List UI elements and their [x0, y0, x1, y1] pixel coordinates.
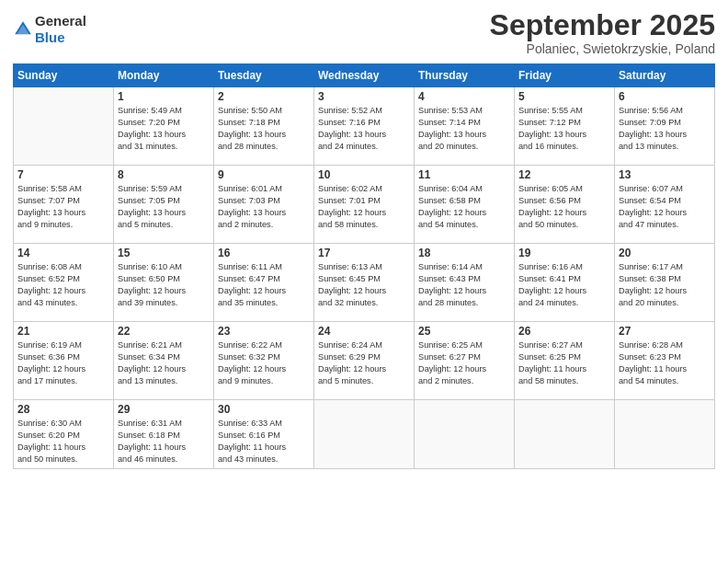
- calendar-cell: [314, 400, 415, 469]
- calendar-cell: [515, 400, 615, 469]
- month-title: September 2025: [490, 9, 715, 41]
- week-row-1: 1Sunrise: 5:49 AM Sunset: 7:20 PM Daylig…: [14, 87, 715, 166]
- day-info: Sunrise: 6:11 AM Sunset: 6:47 PM Dayligh…: [218, 261, 310, 309]
- calendar-cell: 26Sunrise: 6:27 AM Sunset: 6:25 PM Dayli…: [515, 322, 615, 400]
- day-number: 10: [318, 168, 410, 181]
- day-number: 25: [418, 325, 510, 338]
- day-number: 6: [619, 90, 711, 103]
- day-number: 17: [318, 247, 410, 259]
- day-number: 16: [218, 247, 310, 259]
- calendar-cell: 4Sunrise: 5:53 AM Sunset: 7:14 PM Daylig…: [415, 87, 515, 166]
- day-info: Sunrise: 6:19 AM Sunset: 6:36 PM Dayligh…: [17, 339, 109, 387]
- day-info: Sunrise: 6:27 AM Sunset: 6:25 PM Dayligh…: [518, 339, 610, 387]
- week-row-4: 21Sunrise: 6:19 AM Sunset: 6:36 PM Dayli…: [14, 322, 715, 400]
- day-number: 30: [218, 403, 310, 416]
- calendar-cell: 7Sunrise: 5:58 AM Sunset: 7:07 PM Daylig…: [14, 166, 114, 244]
- day-info: Sunrise: 5:49 AM Sunset: 7:20 PM Dayligh…: [118, 105, 210, 153]
- day-number: 22: [118, 325, 210, 338]
- day-info: Sunrise: 6:16 AM Sunset: 6:41 PM Dayligh…: [518, 261, 610, 309]
- calendar-cell: 30Sunrise: 6:33 AM Sunset: 6:16 PM Dayli…: [214, 400, 314, 469]
- calendar-cell: 13Sunrise: 6:07 AM Sunset: 6:54 PM Dayli…: [615, 166, 715, 244]
- day-number: 18: [418, 247, 510, 259]
- calendar-cell: 28Sunrise: 6:30 AM Sunset: 6:20 PM Dayli…: [14, 400, 114, 469]
- calendar-cell: 18Sunrise: 6:14 AM Sunset: 6:43 PM Dayli…: [415, 244, 515, 322]
- calendar-cell: 21Sunrise: 6:19 AM Sunset: 6:36 PM Dayli…: [14, 322, 114, 400]
- day-number: 19: [518, 247, 610, 259]
- calendar-cell: 22Sunrise: 6:21 AM Sunset: 6:34 PM Dayli…: [114, 322, 214, 400]
- calendar-cell: 3Sunrise: 5:52 AM Sunset: 7:16 PM Daylig…: [314, 87, 415, 166]
- calendar-cell: 16Sunrise: 6:11 AM Sunset: 6:47 PM Dayli…: [214, 244, 314, 322]
- weekday-header-row: SundayMondayTuesdayWednesdayThursdayFrid…: [14, 64, 715, 87]
- calendar-cell: 9Sunrise: 6:01 AM Sunset: 7:03 PM Daylig…: [214, 166, 314, 244]
- header: General Blue September 2025 Polaniec, Sw…: [13, 9, 715, 56]
- calendar-cell: [615, 400, 715, 469]
- day-info: Sunrise: 5:56 AM Sunset: 7:09 PM Dayligh…: [619, 105, 711, 153]
- day-info: Sunrise: 5:58 AM Sunset: 7:07 PM Dayligh…: [17, 183, 109, 231]
- weekday-header-tuesday: Tuesday: [214, 64, 314, 87]
- day-info: Sunrise: 6:17 AM Sunset: 6:38 PM Dayligh…: [619, 261, 711, 309]
- day-info: Sunrise: 5:53 AM Sunset: 7:14 PM Dayligh…: [418, 105, 510, 153]
- day-number: 8: [118, 168, 210, 181]
- day-number: 23: [218, 325, 310, 338]
- day-number: 1: [118, 90, 210, 103]
- weekday-header-wednesday: Wednesday: [314, 64, 415, 87]
- calendar-cell: 20Sunrise: 6:17 AM Sunset: 6:38 PM Dayli…: [615, 244, 715, 322]
- day-number: 7: [17, 168, 109, 181]
- day-info: Sunrise: 6:21 AM Sunset: 6:34 PM Dayligh…: [118, 339, 210, 387]
- calendar-cell: 8Sunrise: 5:59 AM Sunset: 7:05 PM Daylig…: [114, 166, 214, 244]
- day-info: Sunrise: 6:05 AM Sunset: 6:56 PM Dayligh…: [518, 183, 610, 231]
- week-row-5: 28Sunrise: 6:30 AM Sunset: 6:20 PM Dayli…: [14, 400, 715, 469]
- day-info: Sunrise: 6:13 AM Sunset: 6:45 PM Dayligh…: [318, 261, 410, 309]
- calendar-cell: 6Sunrise: 5:56 AM Sunset: 7:09 PM Daylig…: [615, 87, 715, 166]
- day-number: 28: [17, 403, 109, 416]
- day-number: 29: [118, 403, 210, 416]
- day-number: 20: [619, 247, 711, 259]
- logo: General Blue: [13, 13, 86, 46]
- day-info: Sunrise: 5:59 AM Sunset: 7:05 PM Dayligh…: [118, 183, 210, 231]
- day-number: 4: [418, 90, 510, 103]
- day-number: 9: [218, 168, 310, 181]
- day-info: Sunrise: 6:02 AM Sunset: 7:01 PM Dayligh…: [318, 183, 410, 231]
- page: General Blue September 2025 Polaniec, Sw…: [0, 0, 728, 563]
- weekday-header-monday: Monday: [114, 64, 214, 87]
- calendar-cell: 12Sunrise: 6:05 AM Sunset: 6:56 PM Dayli…: [515, 166, 615, 244]
- day-info: Sunrise: 6:33 AM Sunset: 6:16 PM Dayligh…: [218, 418, 310, 465]
- calendar-cell: [14, 87, 114, 166]
- day-number: 5: [518, 90, 610, 103]
- day-info: Sunrise: 5:52 AM Sunset: 7:16 PM Dayligh…: [318, 105, 410, 153]
- day-number: 11: [418, 168, 510, 181]
- day-info: Sunrise: 6:22 AM Sunset: 6:32 PM Dayligh…: [218, 339, 310, 387]
- day-number: 24: [318, 325, 410, 338]
- day-info: Sunrise: 6:24 AM Sunset: 6:29 PM Dayligh…: [318, 339, 410, 387]
- day-number: 21: [17, 325, 109, 338]
- calendar-cell: 15Sunrise: 6:10 AM Sunset: 6:50 PM Dayli…: [114, 244, 214, 322]
- day-info: Sunrise: 6:28 AM Sunset: 6:23 PM Dayligh…: [619, 339, 711, 387]
- logo-text: General Blue: [35, 13, 86, 46]
- logo-icon: [13, 19, 33, 40]
- week-row-2: 7Sunrise: 5:58 AM Sunset: 7:07 PM Daylig…: [14, 166, 715, 244]
- location: Polaniec, Swietokrzyskie, Poland: [490, 41, 715, 56]
- day-number: 27: [619, 325, 711, 338]
- calendar-cell: 2Sunrise: 5:50 AM Sunset: 7:18 PM Daylig…: [214, 87, 314, 166]
- weekday-header-saturday: Saturday: [615, 64, 715, 87]
- logo-blue: Blue: [35, 29, 65, 45]
- day-info: Sunrise: 6:14 AM Sunset: 6:43 PM Dayligh…: [418, 261, 510, 309]
- logo-general: General: [35, 13, 86, 29]
- day-info: Sunrise: 6:08 AM Sunset: 6:52 PM Dayligh…: [17, 261, 109, 309]
- title-block: September 2025 Polaniec, Swietokrzyskie,…: [490, 9, 715, 56]
- day-number: 2: [218, 90, 310, 103]
- calendar-cell: 23Sunrise: 6:22 AM Sunset: 6:32 PM Dayli…: [214, 322, 314, 400]
- calendar-cell: 11Sunrise: 6:04 AM Sunset: 6:58 PM Dayli…: [415, 166, 515, 244]
- day-number: 13: [619, 168, 711, 181]
- calendar-cell: [415, 400, 515, 469]
- weekday-header-thursday: Thursday: [415, 64, 515, 87]
- day-number: 14: [17, 247, 109, 259]
- day-info: Sunrise: 5:50 AM Sunset: 7:18 PM Dayligh…: [218, 105, 310, 153]
- day-number: 12: [518, 168, 610, 181]
- weekday-header-friday: Friday: [515, 64, 615, 87]
- calendar-cell: 27Sunrise: 6:28 AM Sunset: 6:23 PM Dayli…: [615, 322, 715, 400]
- calendar-cell: 17Sunrise: 6:13 AM Sunset: 6:45 PM Dayli…: [314, 244, 415, 322]
- calendar-cell: 19Sunrise: 6:16 AM Sunset: 6:41 PM Dayli…: [515, 244, 615, 322]
- day-info: Sunrise: 6:07 AM Sunset: 6:54 PM Dayligh…: [619, 183, 711, 231]
- week-row-3: 14Sunrise: 6:08 AM Sunset: 6:52 PM Dayli…: [14, 244, 715, 322]
